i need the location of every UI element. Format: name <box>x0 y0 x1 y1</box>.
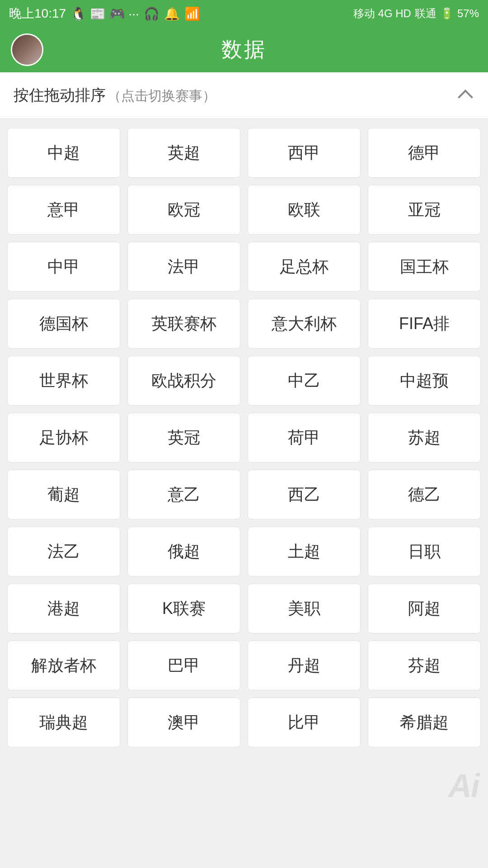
league-item[interactable]: 葡超 <box>7 470 120 519</box>
league-item[interactable]: 巴甲 <box>127 641 240 690</box>
status-icons: 🐧 📰 🎮 ··· <box>70 6 139 21</box>
league-item[interactable]: 港超 <box>7 584 120 633</box>
status-wifi: 📶 <box>184 6 200 21</box>
status-bar: 晚上10:17 🐧 📰 🎮 ··· 🎧 🔔 📶 移动 4G HD 联通 🔋 57… <box>0 0 488 27</box>
league-item[interactable]: 德乙 <box>368 470 481 519</box>
status-battery: 🔋 <box>440 7 454 20</box>
watermark-area: Ai <box>0 756 488 815</box>
watermark-text: Ai <box>448 767 479 804</box>
league-item[interactable]: 阿超 <box>368 584 481 633</box>
league-item[interactable]: 英超 <box>127 128 240 178</box>
league-item[interactable]: 希腊超 <box>368 698 481 747</box>
status-alarm: 🔔 <box>164 6 180 21</box>
league-item[interactable]: 美职 <box>248 584 361 633</box>
league-item[interactable]: 日职 <box>368 527 481 576</box>
league-item[interactable]: 法乙 <box>7 527 120 576</box>
league-item[interactable]: 法甲 <box>127 242 240 292</box>
status-battery-percent: 57% <box>457 7 479 20</box>
grid-container: 中超英超西甲德甲意甲欧冠欧联亚冠中甲法甲足总杯国王杯德国杯英联赛杯意大利杯FIF… <box>0 119 488 756</box>
league-item[interactable]: 荷甲 <box>248 413 361 462</box>
league-item[interactable]: 世界杯 <box>7 356 120 406</box>
sort-bar[interactable]: 按住拖动排序 （点击切换赛事） <box>0 72 488 119</box>
league-item[interactable]: 苏超 <box>368 413 481 462</box>
status-right: 移动 4G HD 联通 🔋 57% <box>353 6 479 21</box>
league-item[interactable]: 芬超 <box>368 641 481 690</box>
league-item[interactable]: 中甲 <box>7 242 120 292</box>
league-item[interactable]: 欧战积分 <box>127 356 240 406</box>
league-item[interactable]: 足总杯 <box>248 242 361 292</box>
league-item[interactable]: 意大利杯 <box>248 299 361 349</box>
league-item[interactable]: 中乙 <box>248 356 361 406</box>
league-item[interactable]: 亚冠 <box>368 185 481 235</box>
league-item[interactable]: 国王杯 <box>368 242 481 292</box>
league-item[interactable]: 英联赛杯 <box>127 299 240 349</box>
status-network: 移动 4G HD <box>353 6 411 21</box>
league-item[interactable]: 西乙 <box>248 470 361 519</box>
league-item[interactable]: 中超 <box>7 128 120 178</box>
avatar-image <box>12 35 42 65</box>
league-item[interactable]: 比甲 <box>248 698 361 747</box>
status-headphone: 🎧 <box>144 6 160 21</box>
league-item[interactable]: 俄超 <box>127 527 240 576</box>
chevron-up-icon[interactable] <box>456 86 474 104</box>
league-item[interactable]: 足协杯 <box>7 413 120 462</box>
league-grid: 中超英超西甲德甲意甲欧冠欧联亚冠中甲法甲足总杯国王杯德国杯英联赛杯意大利杯FIF… <box>7 128 481 747</box>
league-item[interactable]: 德甲 <box>368 128 481 178</box>
league-item[interactable]: 德国杯 <box>7 299 120 349</box>
sort-main-text: 按住拖动排序 <box>14 86 106 104</box>
league-item[interactable]: 解放者杯 <box>7 641 120 690</box>
page-title: 数据 <box>221 36 267 64</box>
status-carrier: 联通 <box>415 6 436 21</box>
header: 数据 <box>0 27 488 72</box>
league-item[interactable]: FIFA排 <box>368 299 481 349</box>
league-item[interactable]: 澳甲 <box>127 698 240 747</box>
league-item[interactable]: 土超 <box>248 527 361 576</box>
avatar[interactable] <box>11 33 43 66</box>
league-item[interactable]: 瑞典超 <box>7 698 120 747</box>
sort-sub-text: （点击切换赛事） <box>108 88 216 103</box>
status-time: 晚上10:17 <box>9 5 66 22</box>
league-item[interactable]: 英冠 <box>127 413 240 462</box>
league-item[interactable]: 丹超 <box>248 641 361 690</box>
league-item[interactable]: K联赛 <box>127 584 240 633</box>
sort-label: 按住拖动排序 （点击切换赛事） <box>14 85 216 106</box>
league-item[interactable]: 西甲 <box>248 128 361 178</box>
league-item[interactable]: 意乙 <box>127 470 240 519</box>
league-item[interactable]: 意甲 <box>7 185 120 235</box>
league-item[interactable]: 中超预 <box>368 356 481 406</box>
status-left: 晚上10:17 🐧 📰 🎮 ··· 🎧 🔔 📶 <box>9 5 200 22</box>
league-item[interactable]: 欧冠 <box>127 185 240 235</box>
league-item[interactable]: 欧联 <box>248 185 361 235</box>
